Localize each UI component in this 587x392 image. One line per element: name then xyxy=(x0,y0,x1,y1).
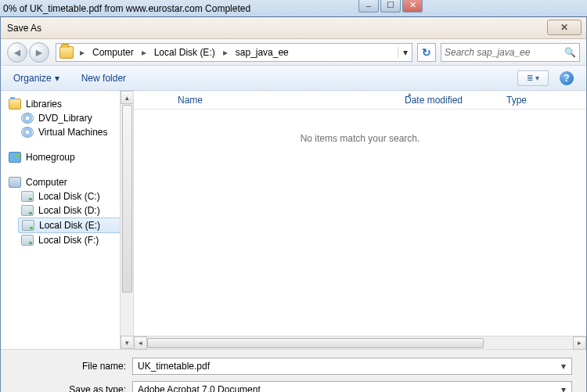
new-folder-label: New folder xyxy=(81,73,126,84)
scroll-thumb[interactable] xyxy=(122,105,132,293)
maximize-button[interactable]: ☐ xyxy=(380,0,401,13)
tree-label: Computer xyxy=(26,177,67,188)
chevron-right-icon[interactable]: ▸ xyxy=(220,47,231,58)
breadcrumb-segment[interactable]: Computer xyxy=(89,45,137,59)
minimize-button[interactable]: – xyxy=(358,0,379,13)
tree-label: Libraries xyxy=(26,99,62,110)
navigation-tree: Libraries DVD_Library Virtual Machines H… xyxy=(1,91,134,349)
organize-label: Organize xyxy=(13,73,52,84)
breadcrumb-segment[interactable]: Local Disk (E:) xyxy=(151,45,218,59)
sort-indicator-icon: ▴ xyxy=(408,90,412,98)
dialog-titlebar: Save As ✕ xyxy=(1,17,586,39)
drive-icon xyxy=(21,235,34,246)
back-button[interactable]: ◄ xyxy=(7,42,27,63)
breadcrumb-dropdown[interactable]: ▾ xyxy=(398,47,412,58)
tree-computer[interactable]: Computer xyxy=(9,175,130,189)
view-options[interactable]: ≣ ▾ xyxy=(517,70,549,86)
computer-icon xyxy=(9,177,21,188)
tree-item-virtual-machines[interactable]: Virtual Machines xyxy=(9,125,130,139)
col-label: Type xyxy=(506,95,527,106)
disc-icon xyxy=(21,127,34,138)
scroll-down-button[interactable]: ▾ xyxy=(121,336,134,349)
filename-value: UK_timetable.pdf xyxy=(138,361,210,372)
dialog-title: Save As xyxy=(7,23,41,34)
tree-item-drive-c[interactable]: Local Disk (C:) xyxy=(9,189,130,203)
tree-item-drive-f[interactable]: Local Disk (F:) xyxy=(9,233,130,247)
help-button[interactable]: ? xyxy=(560,71,574,85)
refresh-button[interactable]: ↻ xyxy=(417,43,436,62)
tree-scrollbar[interactable]: ▴ ▾ xyxy=(120,91,133,349)
save-as-type-value: Adobe Acrobat 7.0 Document xyxy=(138,384,261,392)
chevron-right-icon[interactable]: ▸ xyxy=(139,47,149,58)
tree-label: Homegroup xyxy=(26,152,75,163)
drive-icon xyxy=(22,220,34,231)
scroll-thumb[interactable] xyxy=(147,338,484,348)
libraries-icon xyxy=(9,99,21,110)
dialog-body: Libraries DVD_Library Virtual Machines H… xyxy=(1,91,586,349)
tree-homegroup[interactable]: Homegroup xyxy=(9,150,130,164)
background-window-title: 0% of UK_timetable.pdf from www.eurostar… xyxy=(3,3,250,14)
close-button[interactable]: ✕ xyxy=(402,0,423,13)
drive-icon xyxy=(21,191,34,202)
scroll-track[interactable] xyxy=(147,336,573,349)
tree-item-drive-e[interactable]: Local Disk (E:) xyxy=(18,218,130,233)
search-placeholder: Search sap_java_ee xyxy=(445,47,530,58)
tree-label: Local Disk (F:) xyxy=(38,235,99,246)
chevron-down-icon[interactable]: ▾ xyxy=(557,383,570,392)
folder-icon xyxy=(59,46,74,59)
tree-item-drive-d[interactable]: Local Disk (D:) xyxy=(9,203,130,218)
drive-icon xyxy=(21,205,34,216)
column-type[interactable]: Type xyxy=(506,95,558,106)
disc-icon xyxy=(21,113,34,124)
tree-label: Local Disk (E:) xyxy=(39,220,100,231)
tree-label: Local Disk (D:) xyxy=(38,205,100,216)
column-date[interactable]: Date modified xyxy=(405,95,506,106)
tree-label: Virtual Machines xyxy=(38,127,108,138)
col-label: Date modified xyxy=(405,95,463,106)
organize-menu[interactable]: Organize ▾ xyxy=(13,73,59,84)
column-headers: Name Date modified Type xyxy=(134,91,586,110)
save-fields: File name: UK_timetable.pdf ▾ Save as ty… xyxy=(1,349,586,392)
nav-buttons: ◄ ► xyxy=(7,42,51,63)
scroll-up-button[interactable]: ▴ xyxy=(121,91,134,104)
col-label: Name xyxy=(178,95,203,106)
breadcrumb-segment[interactable]: sap_java_ee xyxy=(232,45,292,59)
background-window-buttons: – ☐ ✕ xyxy=(358,0,423,13)
toolbar: Organize ▾ New folder ≣ ▾ ? xyxy=(1,66,586,91)
tree-label: Local Disk (C:) xyxy=(38,191,100,202)
chevron-right-icon[interactable]: ▸ xyxy=(77,47,88,58)
forward-button[interactable]: ► xyxy=(29,42,49,63)
column-name[interactable]: Name xyxy=(178,95,405,106)
new-folder-button[interactable]: New folder xyxy=(81,73,126,84)
tree-item-dvd-library[interactable]: DVD_Library xyxy=(9,111,130,125)
navigation-row: ◄ ► ▸ Computer ▸ Local Disk (E:) ▸ sap_j… xyxy=(1,39,586,66)
breadcrumb-bar[interactable]: ▸ Computer ▸ Local Disk (E:) ▸ sap_java_… xyxy=(56,43,412,62)
filename-label: File name: xyxy=(15,361,132,372)
save-as-type-select[interactable]: Adobe Acrobat 7.0 Document ▾ xyxy=(132,381,572,392)
dialog-close-button[interactable]: ✕ xyxy=(547,20,582,35)
filename-input[interactable]: UK_timetable.pdf ▾ xyxy=(132,358,572,375)
tree-label: DVD_Library xyxy=(38,113,92,124)
horizontal-scrollbar[interactable]: ◂ ▸ xyxy=(134,336,586,349)
scroll-right-button[interactable]: ▸ xyxy=(573,336,586,350)
scroll-left-button[interactable]: ◂ xyxy=(134,336,147,350)
chevron-down-icon[interactable]: ▾ xyxy=(557,360,570,372)
background-window-titlebar: 0% of UK_timetable.pdf from www.eurostar… xyxy=(0,0,587,17)
file-list: ▴ Name Date modified Type No items match… xyxy=(134,91,586,349)
search-icon[interactable]: 🔍 xyxy=(564,47,576,58)
save-as-type-label: Save as type: xyxy=(15,384,132,392)
empty-text: No items match your search. xyxy=(301,133,420,144)
empty-message: No items match your search. xyxy=(134,110,586,336)
save-as-dialog: Save As ✕ ◄ ► ▸ Computer ▸ Local Disk (E… xyxy=(0,17,587,392)
homegroup-icon xyxy=(9,152,21,163)
chevron-down-icon: ▾ xyxy=(55,73,59,84)
search-input[interactable]: Search sap_java_ee 🔍 xyxy=(441,43,580,62)
tree-libraries[interactable]: Libraries xyxy=(9,97,130,111)
